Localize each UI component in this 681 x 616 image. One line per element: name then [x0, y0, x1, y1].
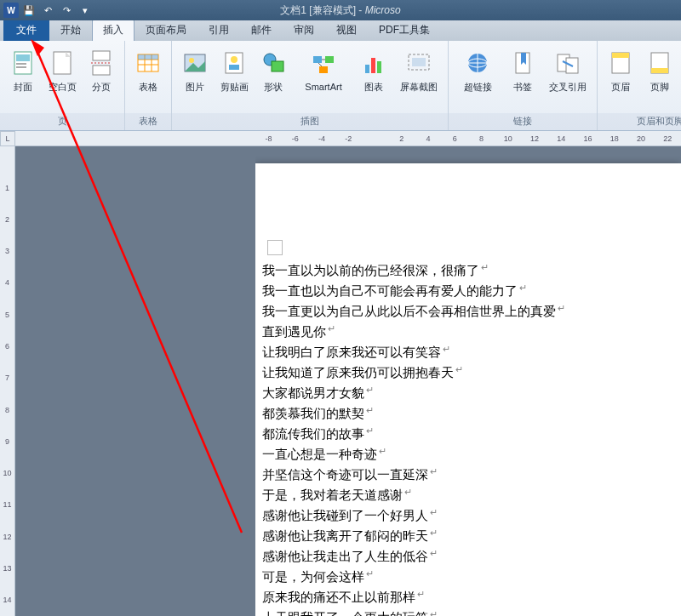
svg-rect-22 — [325, 56, 334, 63]
document-line[interactable]: 并坚信这个奇迹可以一直延深 — [262, 465, 681, 485]
ruler-tick: 2 — [388, 134, 415, 143]
blank-page-button[interactable]: 空白页 — [44, 44, 80, 94]
document-line[interactable]: 感谢他让我走出了人生的低谷 — [262, 546, 681, 567]
tab-view[interactable]: 视图 — [325, 19, 368, 41]
ruler-tick: 5 — [5, 299, 9, 330]
ruler-tick: 1 — [5, 172, 9, 203]
tab-references[interactable]: 引用 — [197, 19, 240, 41]
document-line[interactable]: 我一直以为以前的伤已经很深，很痛了 — [262, 260, 681, 281]
clipart-button[interactable]: 剪贴画 — [216, 44, 252, 94]
document-body[interactable]: 我一直以为以前的伤已经很深，很痛了我一直也以为自己不可能会再有爱人的能力了我一直… — [262, 260, 681, 616]
table-button[interactable]: 表格 — [130, 44, 166, 94]
vertical-ruler[interactable]: 1234567891011121314 — [0, 146, 15, 616]
chart-label: 图表 — [364, 82, 383, 93]
hyperlink-icon — [464, 46, 491, 80]
document-line[interactable]: 都流传我们的故事 — [262, 424, 681, 444]
ruler-tick: 11 — [3, 489, 11, 521]
document-line[interactable]: 可是，为何会这样 — [262, 567, 681, 587]
tab-file[interactable]: 文件 — [3, 19, 49, 41]
document-line[interactable]: 感谢他让我离开了郁闷的昨天 — [262, 526, 681, 546]
document-line[interactable]: 让我明白了原来我还可以有笑容 — [262, 342, 681, 362]
page-break-icon — [88, 46, 115, 80]
hyperlink-button[interactable]: 超链接 — [454, 44, 501, 94]
cursor-marker — [267, 240, 283, 255]
document-line[interactable]: 我一直更以为自己从此以后不会再相信世界上的真爱 — [262, 301, 681, 322]
ruler-tick: -6 — [282, 134, 308, 143]
blank-page-icon — [49, 46, 76, 80]
work-area: 1234567891011121314 我一直以为以前的伤已经很深，很痛了我一直… — [0, 146, 681, 616]
group-pages: 封面 空白页 分页 页 — [0, 41, 125, 130]
ruler-tick: 8 — [5, 394, 9, 425]
group-links-label: 链接 — [449, 113, 597, 130]
page-break-button[interactable]: 分页 — [83, 44, 119, 94]
tab-mail[interactable]: 邮件 — [240, 19, 283, 41]
tab-review[interactable]: 审阅 — [283, 19, 325, 41]
ruler-tick: 20 — [628, 134, 655, 143]
document-line[interactable]: 感谢他让我碰到了一个好男人 — [262, 505, 681, 526]
undo-icon[interactable]: ↶ — [39, 2, 56, 19]
bookmark-button[interactable]: 书签 — [505, 44, 541, 94]
crossref-button[interactable]: 交叉引用 — [544, 44, 592, 94]
word-app-icon[interactable]: W — [3, 3, 19, 18]
footer-icon — [646, 46, 673, 80]
smartart-button[interactable]: SmartArt — [295, 44, 352, 94]
svg-rect-1 — [16, 54, 30, 61]
document-line[interactable]: 直到遇见你 — [262, 322, 681, 342]
ruler-tick: 12 — [3, 521, 11, 552]
picture-label: 图片 — [186, 82, 204, 93]
tab-insert[interactable]: 插入 — [92, 19, 134, 41]
screenshot-icon — [405, 46, 432, 80]
ruler-tick: 7 — [5, 362, 9, 394]
document-line[interactable]: 大家都说男才女貌 — [262, 383, 681, 403]
screenshot-label: 屏幕截图 — [400, 82, 438, 93]
document-line[interactable]: 于是，我对着老天道感谢 — [262, 485, 681, 505]
tab-layout[interactable]: 页面布局 — [134, 19, 197, 41]
cover-page-button[interactable]: 封面 — [5, 44, 41, 94]
picture-icon — [181, 46, 209, 80]
document-line[interactable]: 上天跟我开了一个更大的玩笑 — [262, 607, 681, 616]
page-container[interactable]: 我一直以为以前的伤已经很深，很痛了我一直也以为自己不可能会再有爱人的能力了我一直… — [255, 146, 681, 616]
svg-rect-39 — [651, 68, 668, 73]
redo-icon[interactable]: ↷ — [58, 2, 75, 19]
quick-access-toolbar: W 💾 ↶ ↷ ▾ — [0, 2, 94, 19]
table-icon — [134, 46, 162, 80]
screenshot-button[interactable]: 屏幕截图 — [395, 44, 443, 94]
document-line[interactable]: 原来我的痛还不止以前那样 — [262, 587, 681, 607]
document-line[interactable]: 一直心想是一种奇迹 — [262, 444, 681, 465]
group-headerfooter: 页眉 页脚 # 页码 页眉和页脚 — [598, 41, 681, 130]
svg-rect-37 — [612, 53, 629, 58]
tab-pdf[interactable]: PDF工具集 — [368, 19, 441, 41]
ribbon: 封面 空白页 分页 页 表格 表格 图片 — [0, 41, 681, 131]
document-line[interactable]: 都羡慕我们的默契 — [262, 403, 681, 424]
horizontal-ruler[interactable]: -8-6-4-2246810121416182022 — [0, 131, 681, 146]
group-illustrations-label: 插图 — [172, 113, 448, 130]
smartart-icon — [310, 46, 337, 80]
svg-rect-24 — [365, 65, 369, 73]
svg-rect-5 — [93, 51, 110, 60]
blank-page-label: 空白页 — [49, 82, 77, 93]
svg-point-17 — [231, 56, 237, 63]
window-title: 文档1 [兼容模式] - Microso — [280, 3, 400, 18]
document-line[interactable]: 让我知道了原来我仍可以拥抱春天 — [262, 362, 681, 383]
tab-home[interactable]: 开始 — [49, 19, 92, 41]
picture-button[interactable]: 图片 — [177, 44, 213, 94]
header-icon — [607, 46, 634, 80]
group-links: 超链接 书签 交叉引用 链接 — [449, 41, 598, 130]
page-gutter — [15, 146, 255, 616]
ruler-tick: 14 — [3, 585, 11, 616]
ruler-tick: 10 — [3, 458, 11, 489]
save-icon[interactable]: 💾 — [20, 2, 37, 19]
shapes-button[interactable]: 形状 — [255, 44, 291, 94]
group-tables-label: 表格 — [125, 113, 171, 130]
header-label: 页眉 — [611, 82, 630, 93]
document-line[interactable]: 我一直也以为自己不可能会再有爱人的能力了 — [262, 281, 681, 301]
qat-dropdown-icon[interactable]: ▾ — [77, 2, 94, 19]
chart-button[interactable]: 图表 — [356, 44, 392, 94]
footer-button[interactable]: 页脚 — [642, 44, 678, 94]
ruler-tick: 3 — [5, 236, 9, 267]
svg-rect-26 — [377, 61, 381, 73]
tab-stop-selector[interactable]: L — [0, 131, 15, 146]
document-page[interactable]: 我一直以为以前的伤已经很深，很痛了我一直也以为自己不可能会再有爱人的能力了我一直… — [255, 163, 681, 616]
clipart-icon — [220, 46, 248, 80]
header-button[interactable]: 页眉 — [603, 44, 638, 94]
